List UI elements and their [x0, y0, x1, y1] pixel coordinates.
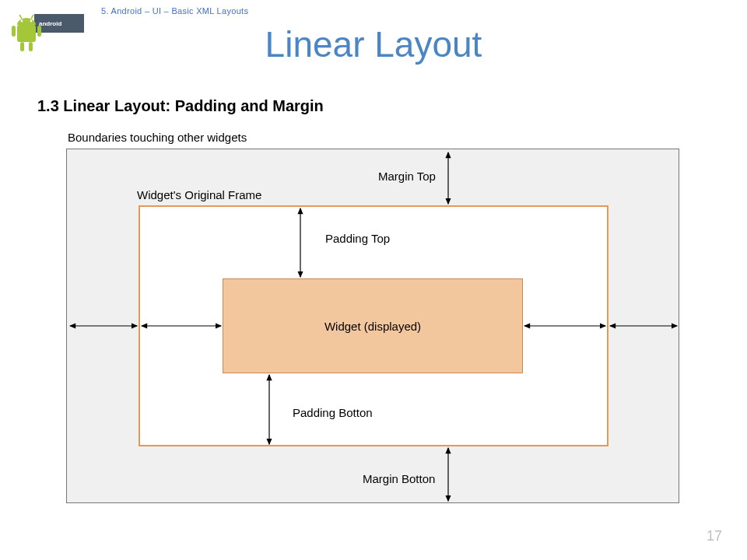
widget-label: Widget (displayed): [324, 320, 421, 333]
svg-line-10: [31, 15, 33, 19]
padding-top-label: Padding Top: [325, 232, 390, 245]
svg-line-9: [19, 15, 22, 19]
section-heading: 1.3 Linear Layout: Padding and Margin: [37, 97, 324, 115]
page-number: 17: [707, 528, 722, 544]
margin-top-label: Margin Top: [378, 170, 436, 183]
svg-point-8: [30, 20, 33, 23]
page-title: Linear Layout: [0, 23, 747, 65]
frame-label: Widget's Original Frame: [137, 188, 261, 201]
margin-bottom-label: Margin Botton: [363, 472, 435, 485]
breadcrumb: 5. Android – UI – Basic XML Layouts: [101, 6, 248, 16]
outer-boundary-box: Widget's Original Frame Widget (displaye…: [66, 149, 679, 503]
padding-bottom-label: Padding Botton: [293, 406, 373, 419]
svg-point-7: [21, 20, 23, 23]
diagram-container: Boundaries touching other widgets Widget…: [66, 131, 681, 503]
widget-box: Widget (displayed): [223, 278, 523, 373]
boundaries-label: Boundaries touching other widgets: [68, 131, 681, 144]
